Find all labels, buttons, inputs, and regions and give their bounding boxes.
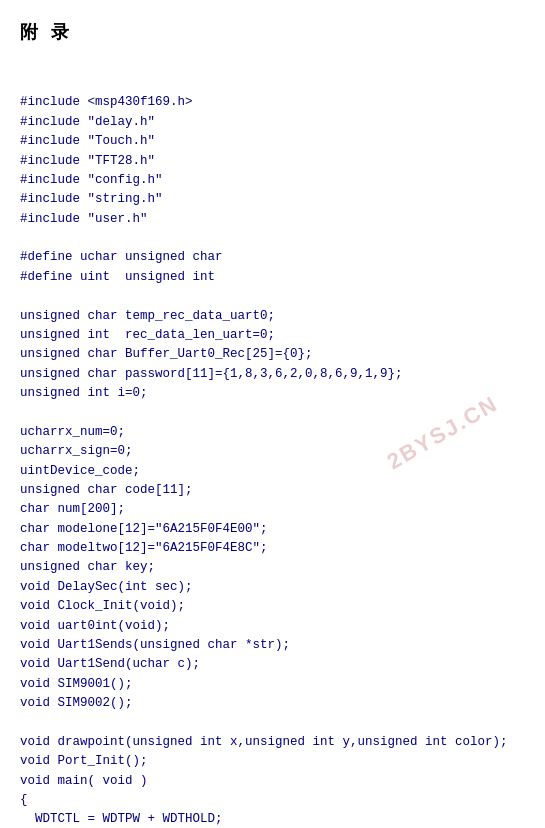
page-container: 附 录 #include <msp430f169.h> #include "de… — [0, 0, 545, 828]
code-block: #include <msp430f169.h> #include "delay.… — [20, 74, 525, 828]
page-title: 附 录 — [20, 20, 525, 44]
